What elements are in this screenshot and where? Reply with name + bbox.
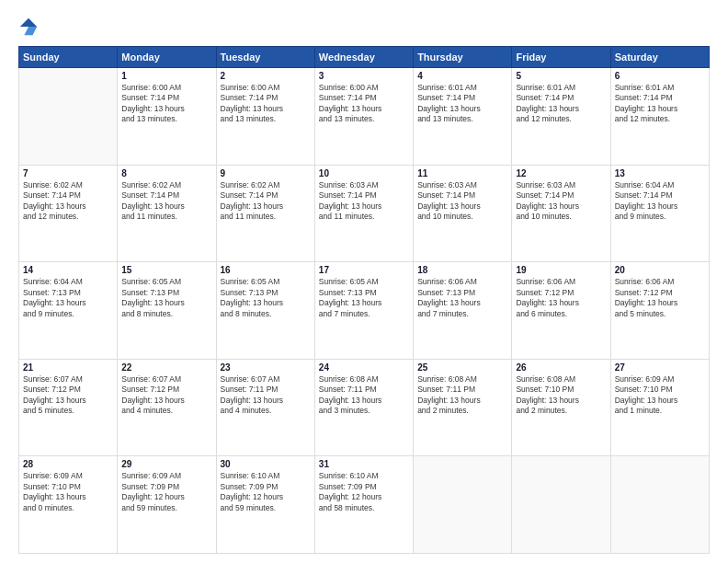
calendar-table: SundayMondayTuesdayWednesdayThursdayFrid… [18,46,710,554]
calendar-cell [610,456,709,554]
day-number: 4 [417,71,507,81]
day-number: 27 [615,362,705,373]
day-number: 19 [516,265,606,275]
day-number: 22 [121,362,211,373]
weekday-saturday: Saturday [610,47,709,68]
day-number: 6 [615,71,705,81]
calendar-cell: 3Sunrise: 6:00 AM Sunset: 7:14 PM Daylig… [314,68,413,166]
day-info: Sunrise: 6:10 AM Sunset: 7:09 PM Dayligh… [221,471,311,513]
day-info: Sunrise: 6:03 AM Sunset: 7:14 PM Dayligh… [417,180,507,223]
day-number: 24 [319,362,409,373]
calendar-cell: 6Sunrise: 6:01 AM Sunset: 7:14 PM Daylig… [610,68,709,166]
calendar-cell: 20Sunrise: 6:06 AM Sunset: 7:12 PM Dayli… [610,262,709,360]
day-number: 7 [23,168,113,178]
svg-marker-1 [24,27,37,35]
day-number: 17 [319,265,409,275]
calendar-cell: 24Sunrise: 6:08 AM Sunset: 7:11 PM Dayli… [314,359,413,456]
day-info: Sunrise: 6:02 AM Sunset: 7:14 PM Dayligh… [23,180,113,223]
day-info: Sunrise: 6:00 AM Sunset: 7:14 PM Dayligh… [121,83,211,125]
day-info: Sunrise: 6:02 AM Sunset: 7:14 PM Dayligh… [221,180,311,223]
calendar-cell: 1Sunrise: 6:00 AM Sunset: 7:14 PM Daylig… [118,68,216,166]
calendar-cell: 5Sunrise: 6:01 AM Sunset: 7:14 PM Daylig… [512,68,610,166]
day-number: 18 [417,265,507,275]
calendar-cell: 21Sunrise: 6:07 AM Sunset: 7:12 PM Dayli… [19,359,118,456]
day-info: Sunrise: 6:05 AM Sunset: 7:13 PM Dayligh… [121,277,211,319]
logo [18,17,42,39]
day-number: 30 [221,459,311,469]
weekday-tuesday: Tuesday [216,47,314,68]
day-number: 10 [319,168,409,178]
day-info: Sunrise: 6:09 AM Sunset: 7:09 PM Dayligh… [121,471,211,513]
calendar-cell: 11Sunrise: 6:03 AM Sunset: 7:14 PM Dayli… [414,165,512,262]
day-info: Sunrise: 6:05 AM Sunset: 7:13 PM Dayligh… [319,277,409,319]
calendar-cell: 27Sunrise: 6:09 AM Sunset: 7:10 PM Dayli… [610,359,709,456]
page: SundayMondayTuesdayWednesdayThursdayFrid… [0,0,728,563]
day-info: Sunrise: 6:06 AM Sunset: 7:12 PM Dayligh… [615,277,705,319]
day-info: Sunrise: 6:09 AM Sunset: 7:10 PM Dayligh… [23,471,113,513]
week-row-0: 1Sunrise: 6:00 AM Sunset: 7:14 PM Daylig… [19,68,710,166]
weekday-thursday: Thursday [414,47,512,68]
day-number: 11 [417,168,507,178]
week-row-3: 21Sunrise: 6:07 AM Sunset: 7:12 PM Dayli… [19,359,710,456]
day-info: Sunrise: 6:00 AM Sunset: 7:14 PM Dayligh… [221,83,311,125]
logo-icon [18,17,39,37]
day-number: 26 [516,362,606,373]
calendar-cell: 4Sunrise: 6:01 AM Sunset: 7:14 PM Daylig… [414,68,512,166]
day-number: 16 [221,265,311,275]
calendar-cell [19,68,118,166]
day-info: Sunrise: 6:04 AM Sunset: 7:14 PM Dayligh… [615,180,705,223]
day-info: Sunrise: 6:06 AM Sunset: 7:12 PM Dayligh… [516,277,606,319]
day-number: 1 [121,71,211,81]
calendar-cell: 22Sunrise: 6:07 AM Sunset: 7:12 PM Dayli… [118,359,216,456]
weekday-wednesday: Wednesday [314,47,413,68]
calendar-cell: 30Sunrise: 6:10 AM Sunset: 7:09 PM Dayli… [216,456,314,554]
day-info: Sunrise: 6:07 AM Sunset: 7:12 PM Dayligh… [23,374,113,417]
day-info: Sunrise: 6:08 AM Sunset: 7:11 PM Dayligh… [319,374,409,417]
day-number: 5 [516,71,606,81]
calendar-cell: 13Sunrise: 6:04 AM Sunset: 7:14 PM Dayli… [610,165,709,262]
calendar-cell: 2Sunrise: 6:00 AM Sunset: 7:14 PM Daylig… [216,68,314,166]
day-info: Sunrise: 6:09 AM Sunset: 7:10 PM Dayligh… [615,374,705,417]
day-info: Sunrise: 6:01 AM Sunset: 7:14 PM Dayligh… [615,83,705,125]
calendar-cell: 19Sunrise: 6:06 AM Sunset: 7:12 PM Dayli… [512,262,610,360]
day-info: Sunrise: 6:02 AM Sunset: 7:14 PM Dayligh… [121,180,211,223]
weekday-monday: Monday [118,47,216,68]
day-number: 25 [417,362,507,373]
calendar-cell: 10Sunrise: 6:03 AM Sunset: 7:14 PM Dayli… [314,165,413,262]
calendar-cell [414,456,512,554]
week-row-2: 14Sunrise: 6:04 AM Sunset: 7:13 PM Dayli… [19,262,710,360]
weekday-friday: Friday [512,47,610,68]
calendar-cell: 26Sunrise: 6:08 AM Sunset: 7:10 PM Dayli… [512,359,610,456]
week-row-1: 7Sunrise: 6:02 AM Sunset: 7:14 PM Daylig… [19,165,710,262]
day-number: 21 [23,362,113,373]
calendar-cell: 17Sunrise: 6:05 AM Sunset: 7:13 PM Dayli… [314,262,413,360]
calendar-cell: 14Sunrise: 6:04 AM Sunset: 7:13 PM Dayli… [19,262,118,360]
calendar-cell [512,456,610,554]
day-number: 12 [516,168,606,178]
calendar-cell: 28Sunrise: 6:09 AM Sunset: 7:10 PM Dayli… [19,456,118,554]
calendar-cell: 23Sunrise: 6:07 AM Sunset: 7:11 PM Dayli… [216,359,314,456]
day-info: Sunrise: 6:00 AM Sunset: 7:14 PM Dayligh… [319,83,409,125]
day-number: 20 [615,265,705,275]
day-number: 13 [615,168,705,178]
weekday-sunday: Sunday [19,47,118,68]
weekday-header-row: SundayMondayTuesdayWednesdayThursdayFrid… [19,47,710,68]
day-info: Sunrise: 6:06 AM Sunset: 7:13 PM Dayligh… [417,277,507,319]
day-number: 28 [23,459,113,469]
day-number: 31 [319,459,409,469]
day-info: Sunrise: 6:03 AM Sunset: 7:14 PM Dayligh… [516,180,606,223]
calendar-cell: 15Sunrise: 6:05 AM Sunset: 7:13 PM Dayli… [118,262,216,360]
calendar-cell: 18Sunrise: 6:06 AM Sunset: 7:13 PM Dayli… [414,262,512,360]
day-info: Sunrise: 6:01 AM Sunset: 7:14 PM Dayligh… [516,83,606,125]
calendar-cell: 8Sunrise: 6:02 AM Sunset: 7:14 PM Daylig… [118,165,216,262]
calendar-cell: 9Sunrise: 6:02 AM Sunset: 7:14 PM Daylig… [216,165,314,262]
calendar-cell: 31Sunrise: 6:10 AM Sunset: 7:09 PM Dayli… [314,456,413,554]
day-number: 8 [121,168,211,178]
day-number: 29 [121,459,211,469]
calendar-cell: 16Sunrise: 6:05 AM Sunset: 7:13 PM Dayli… [216,262,314,360]
calendar-cell: 7Sunrise: 6:02 AM Sunset: 7:14 PM Daylig… [19,165,118,262]
day-info: Sunrise: 6:07 AM Sunset: 7:11 PM Dayligh… [221,374,311,417]
calendar-cell: 12Sunrise: 6:03 AM Sunset: 7:14 PM Dayli… [512,165,610,262]
day-number: 14 [23,265,113,275]
day-number: 3 [319,71,409,81]
